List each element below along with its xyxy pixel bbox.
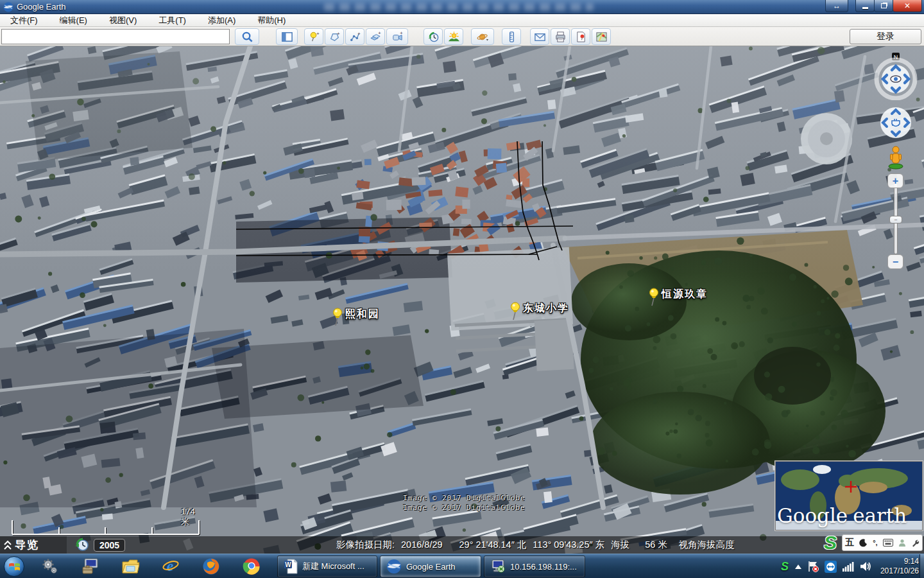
start-button[interactable]	[4, 556, 24, 577]
volume-icon[interactable]	[860, 561, 872, 572]
computer-toolbox-icon	[81, 558, 99, 575]
minimize-button[interactable]	[855, 0, 875, 12]
ime-toolbar: 五 °,	[842, 534, 923, 551]
teamviewer-icon[interactable]	[825, 561, 837, 573]
imagery-copyright: Image © 2017 DigitalGlobe Image © 2017 D…	[403, 493, 526, 512]
menu-view[interactable]: 视图(V)	[103, 14, 143, 27]
eye-altitude-label: 视角海拔高度	[679, 539, 735, 550]
overview-map[interactable]: Googleearth	[775, 461, 923, 530]
placemark-dongcheng-primary-school[interactable]: 东城小学	[509, 302, 569, 321]
internet-explorer-icon: e	[162, 557, 180, 575]
system-tray: S 9:14 2017/10/26	[781, 554, 919, 578]
ime-punctuation-toggle[interactable]: °,	[873, 539, 877, 547]
quicklaunch-internet-explorer[interactable]: e	[162, 557, 180, 575]
ime-mode-wubi[interactable]: 五	[845, 537, 854, 548]
taskbar-app-google-earth[interactable]: Google Earth	[380, 556, 481, 577]
placemark-label: 东城小学	[523, 302, 569, 315]
ruler-button[interactable]	[502, 28, 521, 45]
show-desktop-button[interactable]	[920, 554, 924, 578]
imagery-date-label: 影像拍摄日期:	[336, 539, 395, 550]
historical-imagery-button[interactable]	[424, 28, 443, 45]
zoom-out-button[interactable]: −	[887, 254, 903, 269]
search-icon	[241, 31, 253, 43]
soft-keyboard-icon[interactable]	[883, 539, 893, 547]
save-image-button[interactable]	[571, 28, 590, 45]
tray-sogou-icon[interactable]: S	[781, 560, 789, 574]
taskbar-app-remote-desktop[interactable]: 10.156.198.119:...	[484, 556, 585, 577]
elevation-label: 海拔	[611, 539, 629, 550]
sidebar-toggle-button[interactable]	[276, 28, 298, 45]
user-icon[interactable]	[898, 539, 906, 547]
menu-file[interactable]: 文件(F)	[4, 14, 44, 27]
earth-viewport[interactable]: 熙和园 东城小学 恒源玖章 Image © 2017 DigitalGlobe …	[0, 46, 924, 554]
planets-button[interactable]	[471, 28, 494, 45]
menu-tools[interactable]: 工具(T)	[152, 14, 193, 27]
action-center-flag-icon[interactable]	[808, 561, 819, 572]
print-button[interactable]	[551, 28, 570, 45]
clock-history-icon	[427, 31, 440, 43]
sunlight-button[interactable]	[444, 28, 463, 45]
latitude-value: 29° 21'48.14″ 北	[459, 539, 527, 550]
add-placemark-button[interactable]: +	[304, 28, 323, 45]
menu-bar: 文件(F) 编辑(E) 视图(V) 工具(T) 添加(A) 帮助(H)	[0, 14, 924, 27]
imagery-date-value: 2016/8/29	[401, 539, 443, 550]
fullwidth-moon-icon[interactable]	[859, 539, 868, 547]
show-hidden-icons[interactable]	[794, 564, 802, 570]
ruler-icon	[506, 31, 518, 43]
close-button[interactable]: ✕	[893, 0, 922, 12]
add-path-button[interactable]: +	[345, 28, 364, 45]
zoom-in-button[interactable]: +	[887, 173, 903, 188]
look-joystick[interactable]: N	[873, 53, 919, 100]
menu-add[interactable]: 添加(A)	[201, 14, 242, 27]
pegman[interactable]	[886, 145, 905, 170]
historical-imagery-widget[interactable]: 2005	[75, 538, 125, 552]
placemark-hengyuan-jiuzhang[interactable]: 恒源玖章	[647, 288, 708, 307]
login-button[interactable]: 登录	[850, 29, 921, 44]
google-maps-icon	[595, 31, 608, 43]
taskbar-app-word[interactable]: W 新建 Microsoft ...	[277, 556, 377, 577]
history-year-badge[interactable]: 2005	[94, 539, 125, 552]
move-joystick[interactable]	[878, 105, 913, 140]
resize-horizontal-button[interactable]: ↔	[825, 0, 848, 12]
view-in-maps-button[interactable]	[592, 28, 611, 45]
record-tour-button[interactable]: +	[386, 28, 408, 45]
placemark-label: 恒源玖章	[662, 288, 708, 301]
tray-clock[interactable]: 9:14 2017/10/26	[880, 557, 919, 576]
quicklaunch-firefox[interactable]	[202, 557, 220, 575]
zoom-slider-handle[interactable]: −	[889, 216, 902, 223]
path-icon: +	[349, 31, 361, 43]
sogou-ime-logo[interactable]: S	[824, 532, 844, 552]
google-earth-wordmark: Googleearth	[776, 504, 922, 527]
menu-edit[interactable]: 编辑(E)	[53, 14, 94, 27]
email-icon	[534, 31, 546, 43]
search-input[interactable]	[1, 29, 230, 44]
taskbar-app-label: 10.156.198.119:...	[510, 562, 577, 572]
saturn-icon	[477, 31, 489, 43]
pushpin-icon	[331, 308, 344, 327]
quicklaunch-system-tool[interactable]	[81, 557, 99, 575]
svg-text:W: W	[285, 561, 291, 568]
camcorder-icon: +	[391, 31, 404, 43]
add-polygon-button[interactable]: +	[325, 28, 344, 45]
folder-icon	[122, 559, 140, 574]
svg-text:+: +	[316, 31, 320, 37]
tray-time: 9:14	[880, 557, 919, 566]
network-signal-icon[interactable]	[843, 562, 854, 572]
quicklaunch-settings[interactable]	[41, 557, 59, 575]
add-image-overlay-button[interactable]: +	[366, 28, 385, 45]
longitude-value: 113° 09'43.25″ 东	[533, 539, 604, 550]
tour-guide-toggle[interactable]: 导览	[0, 536, 67, 554]
menu-help[interactable]: 帮助(H)	[251, 14, 292, 27]
placemark-xiheyuan[interactable]: 熙和园	[331, 308, 380, 327]
email-button[interactable]	[530, 28, 549, 45]
gears-icon	[42, 558, 58, 575]
wrench-icon[interactable]	[911, 539, 920, 547]
quicklaunch-explorer[interactable]	[122, 557, 140, 575]
pushpin-icon	[647, 288, 660, 307]
restore-button[interactable]	[874, 0, 893, 12]
tour-guide-label: 导览	[15, 538, 39, 552]
search-button[interactable]	[235, 28, 259, 45]
quicklaunch-chrome[interactable]	[243, 557, 261, 575]
desktop: Google Earth ↔ ✕ 文件(F) 编辑(E) 视图(V) 工具(T)…	[0, 0, 924, 578]
window-title: Google Earth	[17, 2, 66, 12]
